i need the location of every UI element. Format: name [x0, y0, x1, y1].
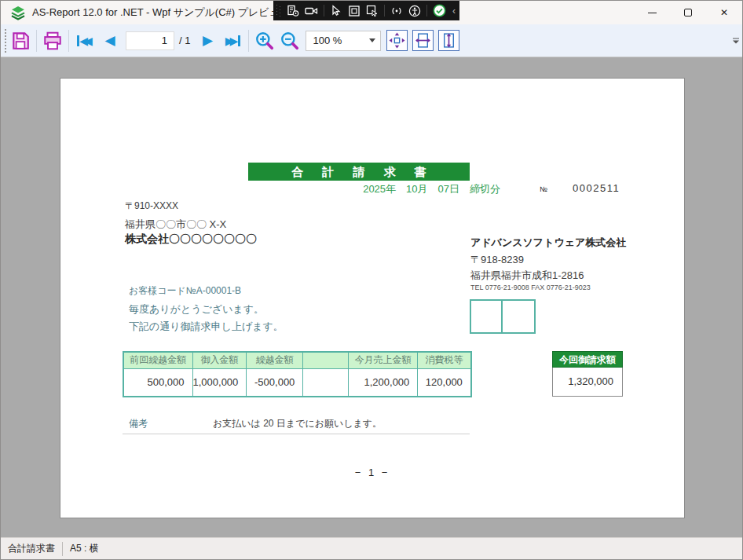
fit-page-icon: [389, 32, 405, 49]
sender-company: アドバンスソフトウェア株式会社: [470, 236, 626, 250]
first-page-button[interactable]: ◀◀: [73, 29, 97, 53]
record-settings-icon[interactable]: [287, 5, 299, 17]
accessibility-icon[interactable]: [408, 5, 421, 17]
pointer-icon[interactable]: [330, 5, 342, 17]
zoom-out-icon: [280, 31, 300, 51]
grip-handle-icon[interactable]: [276, 5, 281, 17]
col-header: 消費税等: [418, 352, 471, 368]
table-value-row: 500,000 1,000,000 -500,000 1,200,000 120…: [123, 368, 471, 397]
sender-postal: 〒918-8239: [470, 253, 524, 267]
save-icon: [10, 31, 31, 51]
cell-payment-received: 1,000,000: [192, 368, 247, 397]
billing-summary-table: 前回繰越金額 御入金額 繰越金額 今月売上金額 消費税等 500,000 1,0…: [123, 351, 472, 397]
remarks-label: 備考: [129, 417, 148, 430]
col-header: [303, 352, 349, 368]
current-billing-box: 今回御請求額 1,320,000: [552, 351, 623, 397]
current-billing-amount: 1,320,000: [552, 368, 623, 397]
customer-greeting-2: 下記の通り御請求申し上げます。: [129, 320, 284, 334]
current-billing-label: 今回御請求額: [552, 351, 623, 368]
next-page-icon: ▶: [203, 34, 213, 47]
chevron-down-icon: [369, 38, 375, 42]
close-icon: ✕: [720, 7, 728, 18]
report-page: 合 計 請 求 書 2025年 10月 07日 締切分 № 0002511 〒9…: [60, 79, 684, 518]
minimize-icon: [648, 13, 657, 13]
col-header: 前回繰越金額: [123, 352, 192, 368]
customer-code: お客様コード№A-00001-B: [129, 284, 241, 298]
window-icon[interactable]: [348, 5, 361, 17]
preview-toolbar: ◀◀ ◀ / 1 ▶ ▶▶ 100: [1, 24, 742, 57]
maximize-icon: [684, 9, 692, 16]
previous-page-button[interactable]: ◀: [98, 29, 122, 53]
statusbar-report-name: 合計請求書: [1, 542, 62, 555]
save-button[interactable]: [9, 29, 32, 53]
separator: [324, 5, 324, 16]
cell-empty: [303, 368, 349, 397]
last-page-button[interactable]: ▶▶: [221, 29, 244, 53]
recipient-address: 福井県〇〇市〇〇 X-X: [125, 218, 226, 232]
invoice-title-banner: 合 計 請 求 書: [248, 163, 470, 181]
check-icon[interactable]: [433, 4, 446, 17]
chevron-down-icon: [733, 40, 739, 43]
invoice-no-value: 0002511: [573, 182, 620, 194]
col-header: 繰越金額: [247, 352, 303, 368]
zoom-out-button[interactable]: [278, 29, 302, 53]
overflow-icon: [733, 38, 739, 38]
stamp-box: [470, 299, 503, 334]
remarks-underline: [123, 434, 470, 434]
cell-previous-balance: 500,000: [123, 368, 192, 397]
app-window: AS-Report 12.0 for .NET - Wpf サンプル(C#) プ…: [0, 0, 743, 560]
fit-width-button[interactable]: [412, 30, 434, 51]
separator: [384, 5, 385, 16]
zoom-in-icon: [254, 31, 275, 51]
cell-consumption-tax: 120,000: [418, 368, 471, 397]
print-button[interactable]: [41, 29, 64, 53]
fit-height-icon: [441, 32, 457, 49]
cell-carried-balance: -500,000: [247, 368, 303, 397]
toolbar-overflow-button[interactable]: [733, 38, 739, 43]
recipient-company: 株式会社〇〇〇〇〇〇〇〇: [125, 232, 257, 247]
cell-monthly-sales: 1,200,000: [349, 368, 418, 397]
table-header-row: 前回繰越金額 御入金額 繰越金額 今月売上金額 消費税等: [123, 352, 471, 368]
invoice-date: 2025年 10月 07日 締切分: [265, 182, 500, 196]
close-button[interactable]: ✕: [706, 1, 742, 24]
print-icon: [42, 31, 63, 51]
zoom-level-select[interactable]: 100 %: [306, 31, 381, 51]
chevron-left-icon[interactable]: ‹: [452, 5, 456, 16]
separator: [248, 30, 249, 52]
page-total-label: / 1: [179, 35, 190, 46]
window-title: AS-Report 12.0 for .NET - Wpf サンプル(C#) プ…: [32, 5, 290, 20]
page-number-footer: − 1 −: [60, 467, 684, 478]
titlebar: AS-Report 12.0 for .NET - Wpf サンプル(C#) プ…: [1, 1, 742, 24]
fit-page-button[interactable]: [386, 30, 408, 51]
zoom-in-button[interactable]: [253, 29, 276, 53]
toolbar-grip-icon[interactable]: [5, 29, 8, 53]
col-header: 御入金額: [192, 352, 247, 368]
maximize-button[interactable]: [670, 1, 706, 24]
stamp-box: [503, 299, 536, 334]
statusbar-paper-size: A5 : 横: [63, 542, 106, 555]
preview-viewport[interactable]: 合 計 請 求 書 2025年 10月 07日 締切分 № 0002511 〒9…: [1, 57, 742, 537]
pointer-window-icon[interactable]: [366, 5, 379, 17]
separator: [426, 5, 427, 16]
minimize-button[interactable]: [634, 1, 670, 24]
fit-width-icon: [415, 32, 431, 49]
page-number-input[interactable]: [126, 31, 174, 50]
next-page-button[interactable]: ▶: [196, 29, 219, 53]
remarks-text: お支払いは 20 日までにお願いします。: [213, 417, 382, 430]
first-page-icon: ◀◀: [77, 35, 93, 46]
app-logo-icon: [10, 5, 26, 20]
window-controls: ✕: [634, 1, 742, 24]
invoice-no-label: №: [540, 185, 547, 193]
col-header: 今月売上金額: [349, 352, 418, 368]
previous-page-icon: ◀: [104, 34, 115, 47]
stamp-boxes: [470, 299, 536, 334]
recipient-postal: 〒910-XXXX: [125, 199, 178, 213]
separator: [68, 30, 69, 52]
fit-height-button[interactable]: [438, 30, 459, 51]
statusbar: 合計請求書 A5 : 横: [1, 537, 742, 559]
last-page-icon: ▶▶: [225, 35, 241, 46]
camera-icon[interactable]: [305, 5, 318, 17]
sound-icon[interactable]: [390, 5, 403, 17]
capture-overlay-toolbar: ‹: [273, 1, 459, 20]
sender-tel-fax: TEL 0776-21-9008 FAX 0776-21-9023: [470, 284, 591, 291]
